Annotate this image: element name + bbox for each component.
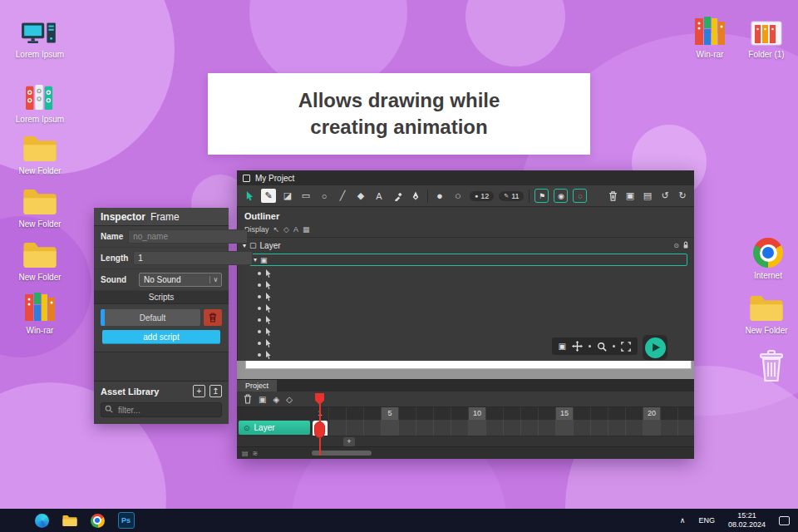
layer-frame-cell[interactable] bbox=[521, 420, 539, 436]
flag-mode-button[interactable]: ⚑ bbox=[534, 189, 549, 203]
opacity-control[interactable]: ✎ 11 bbox=[499, 191, 524, 201]
copy-button[interactable]: ▣ bbox=[624, 189, 636, 203]
photoshop-icon[interactable]: Ps bbox=[118, 512, 135, 529]
delete-button[interactable] bbox=[607, 189, 618, 203]
text-tool-button[interactable]: A bbox=[372, 189, 386, 203]
desktop-icon-folder-2[interactable]: New Folder bbox=[10, 188, 70, 229]
shape-mode-icon[interactable]: ◇ bbox=[283, 225, 289, 234]
visibility-icon[interactable]: ⊙ bbox=[244, 424, 250, 432]
frame-number-cell[interactable] bbox=[504, 407, 521, 420]
frame-number-cell[interactable] bbox=[347, 407, 364, 420]
empty-frame-button[interactable]: ◇ bbox=[286, 395, 293, 404]
layer-frame-cell[interactable] bbox=[416, 420, 434, 436]
frame-number-cell[interactable] bbox=[626, 407, 643, 420]
stroke-filled-button[interactable]: ● bbox=[433, 189, 446, 203]
frame-number-cell[interactable] bbox=[539, 407, 556, 420]
eraser-tool-button[interactable]: ◪ bbox=[281, 189, 294, 203]
add-keyframe-button[interactable]: ▣ bbox=[259, 395, 266, 404]
desktop-icon-binders[interactable]: Lorem Ipsum bbox=[10, 83, 70, 124]
frame-number-cell[interactable] bbox=[678, 407, 694, 420]
file-explorer-icon[interactable] bbox=[62, 515, 77, 527]
layer-frame-cell[interactable] bbox=[347, 420, 364, 436]
frame-number-cell[interactable] bbox=[451, 407, 469, 420]
undo-button[interactable]: ↺ bbox=[659, 189, 671, 203]
tab-project[interactable]: Project bbox=[237, 380, 277, 392]
outliner-selected-item[interactable]: ▾ ▣ bbox=[249, 254, 687, 266]
lock-icon[interactable] bbox=[682, 241, 689, 249]
move-tool-button[interactable] bbox=[243, 189, 256, 203]
delete-frame-button[interactable] bbox=[244, 394, 252, 404]
layer-frame-cell[interactable] bbox=[678, 420, 694, 436]
fit-screen-icon[interactable] bbox=[621, 342, 631, 352]
frame-number-cell[interactable] bbox=[661, 407, 678, 420]
frame-number-cell[interactable] bbox=[521, 407, 539, 420]
ellipse-tool-button[interactable]: ○ bbox=[318, 189, 331, 203]
outliner-sub-layer[interactable] bbox=[258, 326, 694, 337]
timeline-layer-label[interactable]: ⊙ Layer bbox=[239, 421, 310, 435]
layer-frame-cell[interactable] bbox=[626, 420, 643, 436]
edge-icon[interactable] bbox=[35, 514, 49, 528]
length-field[interactable] bbox=[133, 251, 253, 265]
layer-frame-cell[interactable] bbox=[556, 420, 574, 436]
rectangle-tool-button[interactable]: ▭ bbox=[299, 189, 313, 203]
window-titlebar[interactable]: My Project bbox=[237, 170, 694, 185]
chrome-taskbar-icon[interactable] bbox=[91, 514, 105, 528]
layer-frame-cell[interactable] bbox=[539, 420, 556, 436]
frame-number-cell[interactable]: 20 bbox=[643, 407, 661, 420]
outliner-sub-layer[interactable] bbox=[258, 291, 694, 303]
name-field[interactable] bbox=[128, 229, 248, 244]
layer-frame-cell[interactable] bbox=[486, 420, 504, 436]
layer-frame-cell[interactable] bbox=[451, 420, 469, 436]
outliner-layer-row[interactable]: ▾ ▢ Layer ⊙ bbox=[238, 238, 694, 253]
stroke-size-control[interactable]: ● 12 bbox=[470, 191, 494, 201]
layer-frame-cell[interactable] bbox=[382, 420, 399, 436]
layer-frame-cell[interactable] bbox=[434, 420, 451, 436]
frame-number-cell[interactable] bbox=[608, 407, 626, 420]
frame-number-cell[interactable] bbox=[399, 407, 416, 420]
outliner-sub-layer[interactable] bbox=[258, 314, 694, 326]
canvas-mode-icon[interactable]: ▣ bbox=[559, 342, 566, 351]
play-button[interactable] bbox=[643, 335, 667, 360]
image-mode-icon[interactable]: ▦ bbox=[303, 225, 310, 234]
layer-frame-cell[interactable] bbox=[504, 420, 521, 436]
layer-frame-cell[interactable] bbox=[469, 420, 486, 436]
outliner-sub-layer[interactable] bbox=[258, 279, 694, 291]
pencil-tool-button[interactable]: ✎ bbox=[261, 189, 276, 203]
desktop-icon-computer[interactable]: Lorem Ipsum bbox=[10, 22, 70, 59]
clock[interactable]: 15:21 08.02.2024 bbox=[728, 511, 766, 530]
desktop-icon-winrar[interactable]: Win-rar bbox=[10, 293, 70, 335]
frame-number-cell[interactable]: 15 bbox=[556, 407, 574, 420]
desktop-icon-recycle-bin[interactable] bbox=[741, 349, 798, 386]
inspector-header[interactable]: Inspector Frame bbox=[94, 208, 229, 226]
frame-number-cell[interactable] bbox=[329, 407, 347, 420]
cursor-mode-icon[interactable]: ↖ bbox=[273, 225, 280, 234]
layer-frame-cell[interactable] bbox=[608, 420, 626, 436]
outliner-sub-layer[interactable] bbox=[258, 303, 694, 314]
lasso-mode-button[interactable]: ◌ bbox=[573, 189, 587, 203]
paste-button[interactable]: ▤ bbox=[642, 189, 653, 203]
outliner-sub-layer[interactable] bbox=[258, 268, 694, 279]
layer-frame-cell[interactable] bbox=[643, 420, 661, 436]
pan-icon[interactable] bbox=[572, 341, 583, 352]
stroke-outline-button[interactable]: ○ bbox=[451, 189, 465, 203]
text-mode-icon[interactable]: A bbox=[293, 225, 298, 234]
frame-number-cell[interactable] bbox=[364, 407, 382, 420]
desktop-icon-folder-1[interactable]: New Folder bbox=[10, 135, 70, 175]
playhead-knob[interactable] bbox=[314, 421, 325, 438]
canvas-area[interactable]: ▣ ))) Outliner Display ↖ ◇ bbox=[237, 207, 694, 379]
curves-view-icon[interactable]: ≋ bbox=[253, 450, 259, 457]
layer-frame-cell[interactable] bbox=[591, 420, 608, 436]
frame-number-cell[interactable] bbox=[591, 407, 608, 420]
duplicate-frame-button[interactable]: ◈ bbox=[273, 395, 279, 404]
frame-number-cell[interactable] bbox=[574, 407, 591, 420]
layer-frame-cell[interactable] bbox=[364, 420, 382, 436]
add-frame-button[interactable]: + bbox=[343, 437, 355, 446]
add-script-button[interactable]: add script bbox=[102, 330, 220, 344]
desktop-icon-internet[interactable]: Internet bbox=[738, 238, 798, 280]
desktop-icon-folder-4[interactable]: New Folder bbox=[736, 294, 796, 335]
notification-center-icon[interactable] bbox=[779, 516, 790, 525]
desktop-icon-winrar-2[interactable]: Win-rar bbox=[680, 17, 740, 59]
eyedropper-tool-button[interactable] bbox=[391, 189, 404, 203]
filter-input[interactable] bbox=[101, 402, 222, 417]
layer-frame-cell[interactable] bbox=[574, 420, 591, 436]
